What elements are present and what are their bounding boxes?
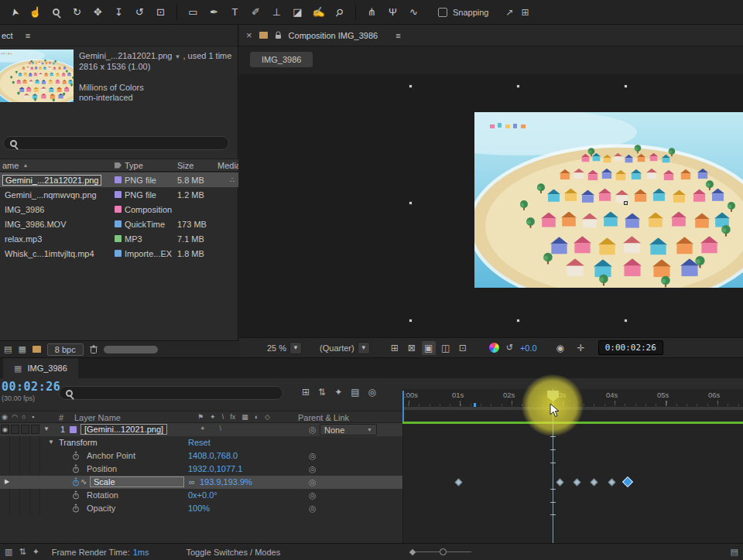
- frame-blending-icon[interactable]: ▤: [351, 387, 359, 398]
- collapse-switch-icon[interactable]: ✦: [210, 413, 216, 421]
- label-color-chip[interactable]: [115, 235, 122, 242]
- constrain-proportions-icon[interactable]: ∞: [189, 477, 195, 487]
- threed-switch-icon[interactable]: ◇: [265, 413, 270, 421]
- scale-row[interactable]: ▶ ∿ Scale ∞ 193.9,193.9% ◎: [0, 476, 402, 489]
- stopwatch-icon-active[interactable]: [72, 477, 80, 488]
- zoom-tool-icon[interactable]: [46, 3, 67, 22]
- composition-marker[interactable]: [474, 403, 476, 407]
- label-color-chip[interactable]: [115, 191, 122, 198]
- anchor-point-value[interactable]: 1408.0,768.0: [188, 451, 238, 460]
- show-channel-icon[interactable]: ✛: [574, 341, 588, 355]
- composition-viewport[interactable]: [239, 74, 743, 337]
- media-column-header[interactable]: Media: [217, 161, 238, 170]
- close-icon[interactable]: ×: [246, 29, 252, 41]
- selection-handle[interactable]: [409, 319, 413, 323]
- property-pickwhip-icon[interactable]: ◎: [309, 490, 317, 500]
- new-composition-icon[interactable]: ▦: [18, 344, 26, 354]
- current-timecode[interactable]: 00:02:26: [2, 380, 60, 394]
- sort-layers-icon[interactable]: ⇅: [19, 547, 26, 557]
- layer-name-header[interactable]: Layer Name: [74, 413, 121, 422]
- rotation-row[interactable]: Rotation 0x+0.0° ◎: [0, 489, 402, 502]
- eye-icon[interactable]: ◉: [1, 425, 9, 434]
- puppet-pin-tool-icon[interactable]: ⚲: [325, 0, 353, 26]
- zoom-out-icon[interactable]: [409, 548, 416, 555]
- project-search-input[interactable]: [3, 136, 229, 150]
- name-column-header[interactable]: ame: [2, 161, 19, 170]
- clone-stamp-tool-icon[interactable]: ⊥: [266, 3, 287, 22]
- rectangle-tool-icon[interactable]: ▭: [183, 3, 204, 22]
- project-row[interactable]: IMG_3986.MOV QuickTime 173 MB: [0, 217, 238, 231]
- selection-handle[interactable]: [409, 84, 413, 88]
- chevron-down-icon[interactable]: ▼: [289, 342, 302, 354]
- position-value[interactable]: 1932.0,1077.1: [188, 464, 242, 473]
- scale-label[interactable]: Scale: [90, 476, 184, 487]
- pen-tool-icon[interactable]: ✒: [204, 3, 224, 22]
- composition-name-chip[interactable]: IMG_3986: [250, 52, 313, 67]
- next-keyframe-icon[interactable]: ▶: [5, 478, 9, 485]
- selection-handle[interactable]: [516, 319, 520, 323]
- project-row[interactable]: relax.mp3 MP3 7.1 MB: [0, 231, 238, 246]
- graph-editor-icon[interactable]: ∿: [80, 477, 87, 486]
- interpret-footage-icon[interactable]: ▤: [4, 344, 12, 354]
- frame-blend-switch-icon[interactable]: ▦: [241, 413, 248, 421]
- timeline-zoom-slider[interactable]: [410, 548, 471, 555]
- horizontal-scrollbar[interactable]: [104, 346, 158, 353]
- selection-handle[interactable]: [516, 84, 520, 88]
- exposure-value[interactable]: +0.0: [520, 343, 537, 353]
- composition-mini-icon[interactable]: ▥: [5, 547, 12, 557]
- eraser-tool-icon[interactable]: ◪: [287, 3, 308, 22]
- selection-tool-icon[interactable]: ➤: [2, 0, 26, 25]
- draft-3d-icon[interactable]: ⇅: [318, 387, 326, 398]
- transform-group-row[interactable]: ▼ Transform Reset: [0, 436, 402, 449]
- preview-timecode[interactable]: 0:00:02:26: [598, 340, 663, 355]
- layer-image[interactable]: [474, 112, 743, 288]
- label-column-header-icon[interactable]: [115, 162, 122, 169]
- lock-toggle[interactable]: [31, 425, 39, 434]
- timeline-tab[interactable]: ▦ IMG_3986: [3, 358, 78, 378]
- effects-switch-icon[interactable]: fx: [230, 413, 235, 421]
- collapse-mark[interactable]: ✦: [200, 425, 206, 432]
- resolution-dropdown[interactable]: (Quarter) ▼: [320, 342, 370, 354]
- quality-mark[interactable]: \: [220, 425, 222, 432]
- label-color-chip[interactable]: [115, 206, 122, 213]
- layer-expand-arrow[interactable]: ▼: [43, 425, 50, 432]
- grid-overlay-icon[interactable]: ⊞: [522, 7, 529, 18]
- region-of-interest-icon[interactable]: ▣: [422, 341, 436, 355]
- lasso-icon[interactable]: ∿: [403, 3, 424, 22]
- size-column-header[interactable]: Size: [177, 161, 217, 170]
- snapshot-camera-icon[interactable]: ◉: [553, 341, 567, 355]
- panel-menu-icon[interactable]: ≡: [26, 31, 30, 40]
- label-color-chip[interactable]: [115, 250, 122, 257]
- mask-visibility-icon[interactable]: ⊠: [405, 341, 419, 355]
- project-row[interactable]: Whisk_c...1imtvjltq.mp4 Importe...EX 1.8…: [0, 246, 238, 261]
- audio-column-icon[interactable]: ◠: [12, 413, 18, 421]
- view-layout-icon[interactable]: ⊡: [456, 341, 470, 355]
- project-row[interactable]: Gemini_...21a12021.png PNG file 5.8 MB ∴: [0, 172, 238, 187]
- lock-column-icon[interactable]: ▪: [32, 413, 34, 421]
- magnification-dropdown[interactable]: 25 % ▼: [267, 342, 302, 354]
- timeline-search-input[interactable]: [59, 386, 283, 400]
- layer-label-chip[interactable]: [70, 426, 77, 433]
- property-pickwhip-icon[interactable]: ◎: [309, 464, 317, 474]
- opacity-value[interactable]: 100%: [188, 504, 210, 513]
- motion-blur-switch-icon[interactable]: ◐: [255, 413, 259, 421]
- chevron-down-icon[interactable]: ▼: [358, 342, 370, 354]
- node-graph-icon[interactable]: ⋔: [361, 3, 382, 22]
- zoom-slider-thumb[interactable]: [440, 548, 447, 555]
- grid-guides-icon[interactable]: ⊞: [388, 341, 402, 355]
- label-color-chip[interactable]: [115, 220, 122, 227]
- type-column-header[interactable]: Type: [125, 161, 177, 170]
- selection-handle[interactable]: [624, 84, 628, 88]
- trash-icon[interactable]: [90, 345, 98, 353]
- shy-layers-icon[interactable]: ✦: [334, 387, 342, 398]
- panel-menu-icon[interactable]: ≡: [395, 31, 400, 40]
- filename-caret-icon[interactable]: ▼: [174, 53, 180, 60]
- color-management-icon[interactable]: [489, 343, 499, 353]
- pan-camera-tool-icon[interactable]: ✥: [87, 3, 108, 22]
- stopwatch-icon[interactable]: [72, 504, 80, 514]
- position-row[interactable]: Position 1932.0,1077.1 ◎: [0, 463, 402, 476]
- property-pickwhip-icon[interactable]: ◎: [309, 477, 317, 487]
- rig-graph-icon[interactable]: Ψ: [382, 3, 403, 22]
- project-row[interactable]: Gemini_...nqmwvqn.png PNG file 1.2 MB: [0, 187, 238, 202]
- transform-group-label[interactable]: Transform: [59, 438, 98, 447]
